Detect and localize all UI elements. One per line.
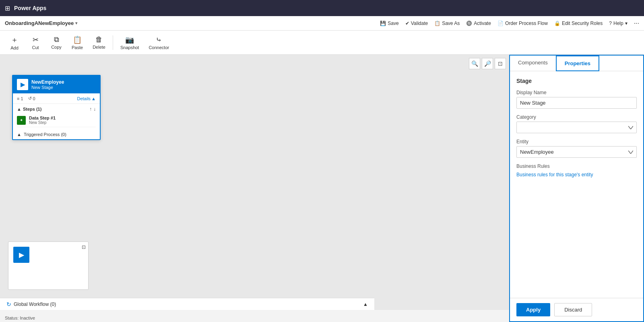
app-title: Power Apps	[14, 5, 46, 11]
toolbar-actions: 💾 Save ✔ Validate 📋 Save As 🔘 Activate 📄…	[380, 20, 639, 27]
steps-count-value: 1	[21, 96, 23, 101]
status-bar: Status: Inactive	[5, 316, 35, 320]
snapshot-button[interactable]: 📷 Snapshot	[116, 34, 143, 52]
global-workflow-bar: ↻ Global Workflow (0) ▲	[0, 298, 374, 310]
stage-entity-name: NewEmployee	[31, 79, 64, 85]
copy-button[interactable]: ⧉ Copy	[47, 34, 66, 51]
validate-button[interactable]: ✔ Validate	[405, 21, 428, 26]
arrow-down-icon[interactable]: ↓	[93, 106, 96, 112]
meta-counts: ≡ 1 ↺ 0	[17, 96, 35, 101]
category-label: Category	[516, 114, 637, 120]
top-bar: ⊞ Power Apps	[0, 0, 644, 16]
category-group: Category	[516, 114, 637, 133]
triggered-count-value: 0	[33, 96, 35, 101]
copy-icon: ⧉	[54, 35, 59, 44]
steps-section: ▲ Steps (1) ↑ ↓ ✦ Data Step #1 New Step	[13, 104, 100, 130]
steps-section-title: Steps (1)	[23, 107, 41, 111]
triggered-section-title: Triggered Process (0)	[24, 132, 66, 137]
cut-button[interactable]: ✂ Cut	[26, 34, 45, 52]
help-button[interactable]: ? Help ▾	[609, 21, 627, 26]
step-title: Data Step #1	[29, 116, 56, 120]
steps-section-header: ▲ Steps (1) ↑ ↓	[17, 106, 96, 112]
edit-security-roles-button[interactable]: 🔒 Edit Security Roles	[554, 21, 603, 26]
display-name-input[interactable]	[516, 97, 637, 109]
add-label: Add	[10, 45, 19, 50]
details-chevron-icon: ▲	[91, 96, 96, 101]
zoom-out-button[interactable]: 🔎	[482, 58, 493, 69]
zoom-in-button[interactable]: 🔍	[469, 58, 480, 69]
add-button[interactable]: ＋ Add	[5, 33, 24, 52]
steps-count: ≡ 1	[17, 96, 23, 101]
more-button[interactable]: ···	[634, 20, 639, 27]
zoom-controls: 🔍 🔎 ⊡	[469, 58, 506, 69]
steps-collapse-icon: ▲	[17, 107, 21, 111]
breadcrumb: OnboardingANewEmployee ▾	[5, 20, 77, 26]
tab-components[interactable]: Components	[510, 56, 556, 71]
mini-stage-card[interactable]: ⊡ ▶	[8, 242, 89, 290]
expand-icon[interactable]: ⊡	[82, 244, 86, 250]
sub-header: OnboardingANewEmployee ▾ 💾 Save ✔ Valida…	[0, 16, 644, 31]
tab-properties[interactable]: Properties	[556, 56, 599, 71]
stage-header-text: NewEmployee New Stage	[31, 79, 64, 90]
cut-icon: ✂	[33, 35, 39, 44]
business-rules-label: Business Rules	[516, 163, 637, 169]
help-icon: ?	[609, 21, 612, 26]
stage-card[interactable]: ▶ NewEmployee New Stage ≡ 1 ↺ 0 Details …	[12, 75, 101, 140]
help-chevron-icon: ▾	[625, 21, 627, 26]
zoom-fit-button[interactable]: ⊡	[495, 58, 506, 69]
category-select[interactable]	[516, 122, 637, 133]
save-button[interactable]: 💾 Save	[380, 21, 398, 26]
details-link[interactable]: Details ▲	[77, 96, 96, 101]
snapshot-label: Snapshot	[120, 45, 139, 50]
data-step-icon: ✦	[17, 116, 26, 125]
step-text: Data Step #1 New Step	[29, 116, 56, 125]
discard-button[interactable]: Discard	[554, 303, 592, 316]
triggered-count: ↺ 0	[28, 96, 35, 101]
order-process-flow-button[interactable]: 📄 Order Process Flow	[497, 21, 548, 26]
connector-button[interactable]: ⤷ Connector	[144, 34, 173, 52]
paste-button[interactable]: 📋 Paste	[68, 34, 87, 52]
entity-label: Entity	[516, 139, 637, 144]
toolbar-separator	[113, 35, 113, 50]
triggered-icon: ↺	[28, 96, 32, 101]
data-step-item[interactable]: ✦ Data Step #1 New Step	[17, 114, 96, 127]
waffle-icon[interactable]: ⊞	[5, 4, 10, 12]
triggered-section: ▲ Triggered Process (0)	[13, 130, 100, 139]
activate-icon: 🔘	[466, 21, 472, 26]
paste-label: Paste	[72, 45, 83, 50]
add-icon: ＋	[11, 35, 18, 45]
global-workflow-collapse-icon[interactable]: ▲	[363, 301, 368, 307]
connector-icon: ⤷	[156, 35, 162, 44]
properties-panel: Components Properties Stage Display Name…	[509, 55, 644, 322]
panel-content: Stage Display Name Category Entity NewEm…	[510, 71, 643, 298]
connector-label: Connector	[149, 45, 169, 50]
panel-tabs: Components Properties	[510, 56, 643, 71]
save-as-button[interactable]: 📋 Save As	[434, 21, 460, 26]
arrow-up-icon[interactable]: ↑	[89, 106, 92, 112]
save-icon: 💾	[380, 21, 386, 26]
delete-button[interactable]: 🗑 Delete	[89, 34, 109, 51]
apply-button[interactable]: Apply	[516, 303, 550, 316]
chevron-down-icon[interactable]: ▾	[75, 21, 77, 25]
triggered-collapse-icon: ▲	[17, 132, 21, 137]
panel-footer: Apply Discard	[510, 298, 643, 321]
panel-section-title: Stage	[516, 78, 637, 84]
global-workflow-label: Global Workflow (0)	[14, 301, 56, 307]
stage-card-header: ▶ NewEmployee New Stage	[13, 76, 100, 93]
display-name-group: Display Name	[516, 90, 637, 109]
project-name[interactable]: OnboardingANewEmployee	[5, 20, 74, 26]
stage-stage-name: New Stage	[31, 85, 64, 90]
details-label: Details	[77, 96, 91, 101]
entity-select[interactable]: NewEmployee	[516, 146, 637, 158]
entity-group: Entity NewEmployee	[516, 139, 637, 158]
security-icon: 🔒	[554, 21, 560, 26]
business-rules-link[interactable]: Business rules for this stage's entity	[516, 172, 593, 178]
toolbar: ＋ Add ✂ Cut ⧉ Copy 📋 Paste 🗑 Delete 📷 Sn…	[0, 31, 644, 55]
activate-button[interactable]: 🔘 Activate	[466, 21, 491, 26]
delete-label: Delete	[93, 45, 105, 50]
mini-stage-icon: ▶	[13, 247, 29, 263]
steps-reorder-arrows[interactable]: ↑ ↓	[89, 106, 96, 112]
canvas-area[interactable]: 🔍 🔎 ⊡ ▶ NewEmployee New Stage ≡ 1 ↺ 0	[0, 55, 509, 310]
stage-icon: ▶	[17, 79, 28, 90]
display-name-label: Display Name	[516, 90, 637, 95]
